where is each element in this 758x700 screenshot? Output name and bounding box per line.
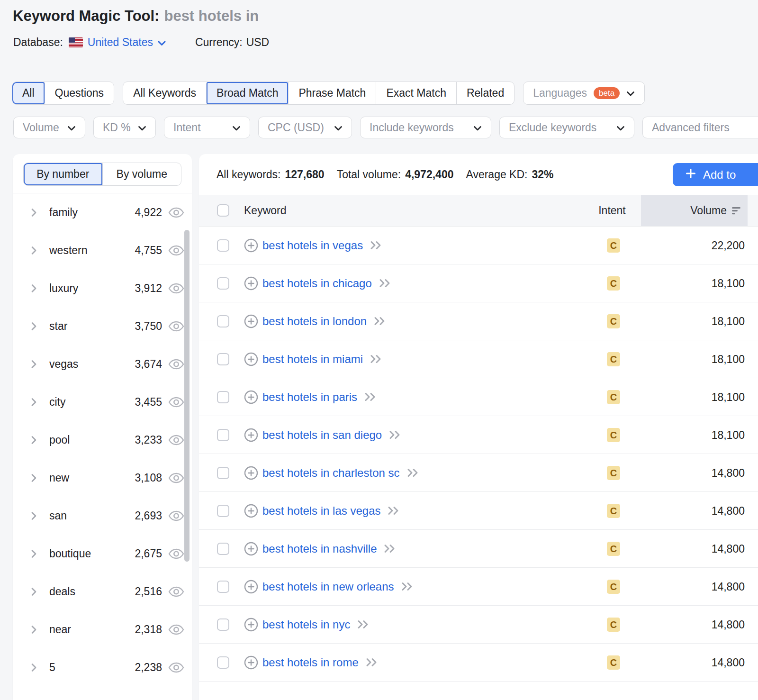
sidebar-group-deals[interactable]: deals 2,516 bbox=[13, 573, 192, 610]
plus-circle-icon[interactable] bbox=[244, 504, 258, 518]
row-checkbox[interactable] bbox=[217, 277, 229, 290]
chevron-right-icon[interactable] bbox=[31, 549, 37, 558]
column-header-volume[interactable]: Volume bbox=[690, 204, 742, 217]
double-chevron-right-icon[interactable] bbox=[373, 316, 386, 326]
row-checkbox[interactable] bbox=[217, 391, 229, 403]
double-chevron-right-icon[interactable] bbox=[387, 506, 400, 516]
keyword-link[interactable]: best hotels in charleston sc bbox=[262, 466, 400, 480]
plus-circle-icon[interactable] bbox=[244, 580, 258, 594]
eye-icon[interactable] bbox=[168, 435, 184, 445]
plus-circle-icon[interactable] bbox=[244, 428, 258, 442]
row-checkbox[interactable] bbox=[217, 353, 229, 365]
column-header-keyword[interactable]: Keyword bbox=[244, 204, 286, 217]
row-checkbox[interactable] bbox=[217, 239, 229, 252]
sidebar-group-boutique[interactable]: boutique 2,675 bbox=[13, 535, 192, 573]
eye-icon[interactable] bbox=[168, 510, 184, 521]
add-to-button[interactable]: Add to bbox=[673, 163, 758, 186]
double-chevron-right-icon[interactable] bbox=[364, 392, 377, 402]
eye-icon[interactable] bbox=[168, 283, 184, 294]
row-checkbox[interactable] bbox=[217, 315, 229, 327]
row-checkbox[interactable] bbox=[217, 467, 229, 479]
eye-icon[interactable] bbox=[168, 586, 184, 597]
tab-by-volume[interactable]: By volume bbox=[102, 163, 181, 185]
eye-icon[interactable] bbox=[168, 662, 184, 673]
sidebar-group-new[interactable]: new 3,108 bbox=[13, 459, 192, 497]
filter-volume[interactable]: Volume bbox=[13, 117, 85, 138]
double-chevron-right-icon[interactable] bbox=[388, 430, 401, 440]
tab-exact-match[interactable]: Exact Match bbox=[376, 82, 456, 104]
chevron-right-icon[interactable] bbox=[31, 587, 37, 596]
row-checkbox[interactable] bbox=[217, 429, 229, 441]
plus-circle-icon[interactable] bbox=[244, 466, 258, 480]
sidebar-group-star[interactable]: star 3,750 bbox=[13, 307, 192, 345]
double-chevron-right-icon[interactable] bbox=[406, 468, 419, 478]
sidebar-group-city[interactable]: city 3,455 bbox=[13, 383, 192, 421]
tab-questions[interactable]: Questions bbox=[45, 82, 114, 104]
row-checkbox[interactable] bbox=[217, 505, 229, 517]
sidebar-group-near[interactable]: near 2,318 bbox=[13, 610, 192, 648]
plus-circle-icon[interactable] bbox=[244, 655, 258, 670]
chevron-right-icon[interactable] bbox=[31, 360, 37, 369]
filter-exclude-keywords[interactable]: Exclude keywords bbox=[499, 117, 634, 138]
sidebar-group-5[interactable]: 5 2,238 bbox=[13, 648, 192, 686]
eye-icon[interactable] bbox=[168, 473, 184, 483]
filter-include-keywords[interactable]: Include keywords bbox=[360, 117, 491, 138]
tab-phrase-match[interactable]: Phrase Match bbox=[288, 82, 376, 104]
double-chevron-right-icon[interactable] bbox=[401, 582, 414, 591]
select-all-checkbox[interactable] bbox=[217, 204, 229, 217]
plus-circle-icon[interactable] bbox=[244, 542, 258, 556]
double-chevron-right-icon[interactable] bbox=[370, 240, 382, 250]
chevron-right-icon[interactable] bbox=[31, 473, 37, 482]
keyword-link[interactable]: best hotels in las vegas bbox=[262, 504, 380, 518]
keyword-link[interactable]: best hotels in rome bbox=[262, 656, 359, 669]
keyword-link[interactable]: best hotels in san diego bbox=[262, 428, 382, 442]
eye-icon[interactable] bbox=[168, 548, 184, 559]
keyword-link[interactable]: best hotels in london bbox=[262, 315, 367, 328]
chevron-right-icon[interactable] bbox=[31, 625, 37, 634]
database-selector[interactable]: United States bbox=[69, 36, 166, 49]
chevron-right-icon[interactable] bbox=[31, 511, 37, 520]
double-chevron-right-icon[interactable] bbox=[357, 619, 370, 629]
tab-related[interactable]: Related bbox=[456, 82, 514, 104]
double-chevron-right-icon[interactable] bbox=[379, 278, 391, 288]
column-header-intent[interactable]: Intent bbox=[577, 204, 648, 217]
row-checkbox[interactable] bbox=[217, 581, 229, 593]
double-chevron-right-icon[interactable] bbox=[383, 544, 396, 554]
eye-icon[interactable] bbox=[168, 397, 184, 408]
chevron-right-icon[interactable] bbox=[31, 398, 37, 407]
plus-circle-icon[interactable] bbox=[244, 276, 258, 291]
plus-circle-icon[interactable] bbox=[244, 314, 258, 328]
sidebar-group-vegas[interactable]: vegas 3,674 bbox=[13, 345, 192, 383]
plus-circle-icon[interactable] bbox=[244, 618, 258, 632]
row-checkbox[interactable] bbox=[217, 618, 229, 631]
double-chevron-right-icon[interactable] bbox=[370, 354, 382, 364]
row-checkbox[interactable] bbox=[217, 543, 229, 555]
row-checkbox[interactable] bbox=[217, 656, 229, 669]
eye-icon[interactable] bbox=[168, 245, 184, 256]
keyword-link[interactable]: best hotels in paris bbox=[262, 391, 357, 404]
eye-icon[interactable] bbox=[168, 321, 184, 332]
eye-icon[interactable] bbox=[168, 624, 184, 635]
tab-all-keywords[interactable]: All Keywords bbox=[123, 82, 206, 104]
sidebar-group-family[interactable]: family 4,922 bbox=[13, 193, 192, 231]
filter-kd[interactable]: KD % bbox=[93, 117, 156, 138]
tab-all[interactable]: All bbox=[12, 82, 45, 104]
filter-cpc-usd[interactable]: CPC (USD) bbox=[258, 117, 352, 138]
chevron-right-icon[interactable] bbox=[31, 284, 37, 293]
chevron-right-icon[interactable] bbox=[31, 663, 37, 672]
tab-by-number[interactable]: By number bbox=[24, 163, 102, 185]
keyword-link[interactable]: best hotels in new orleans bbox=[262, 580, 394, 593]
tab-broad-match[interactable]: Broad Match bbox=[206, 82, 288, 104]
filter-advanced-filters[interactable]: Advanced filters bbox=[642, 117, 758, 138]
double-chevron-right-icon[interactable] bbox=[365, 657, 378, 667]
keyword-link[interactable]: best hotels in vegas bbox=[262, 239, 363, 252]
chevron-right-icon[interactable] bbox=[31, 322, 37, 331]
languages-dropdown[interactable]: Languages beta bbox=[523, 82, 645, 105]
sidebar-group-western[interactable]: western 4,755 bbox=[13, 231, 192, 269]
sidebar-group-luxury[interactable]: luxury 3,912 bbox=[13, 269, 192, 307]
sidebar-group-pool[interactable]: pool 3,233 bbox=[13, 421, 192, 459]
keyword-link[interactable]: best hotels in miami bbox=[262, 353, 363, 366]
plus-circle-icon[interactable] bbox=[244, 238, 258, 253]
keyword-link[interactable]: best hotels in chicago bbox=[262, 277, 372, 290]
chevron-right-icon[interactable] bbox=[31, 208, 37, 217]
